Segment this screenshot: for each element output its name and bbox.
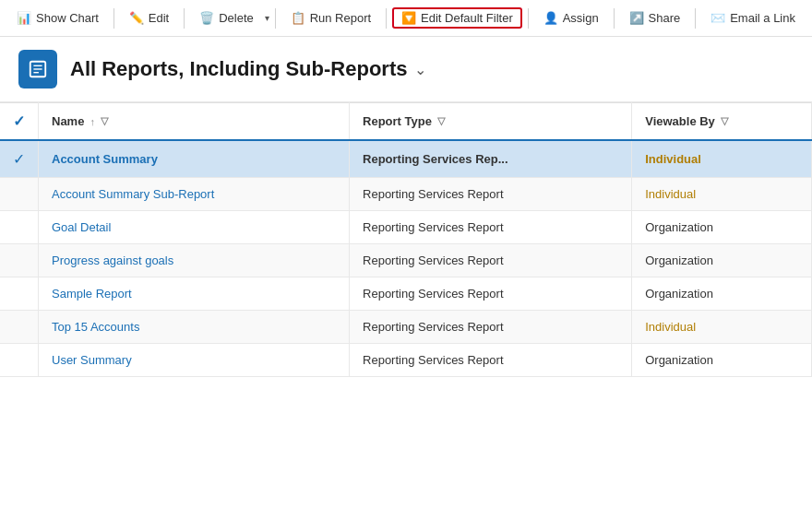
filter-icon: 🔽 — [401, 11, 416, 25]
edit-icon: ✏️ — [129, 11, 144, 25]
check-mark-icon: ✓ — [13, 150, 25, 168]
row-check-cell[interactable] — [0, 178, 39, 211]
row-viewable-by-cell: Organization — [632, 344, 812, 377]
row-name-cell: Top 15 Accounts — [39, 311, 350, 344]
report-name-link[interactable]: Progress against goals — [52, 254, 173, 267]
col-name: Name ↑ ▽ — [39, 103, 350, 141]
report-name-link[interactable]: Account Summary Sub-Report — [52, 187, 214, 201]
row-viewable-by-cell: Individual — [632, 311, 812, 344]
row-name-cell: Account Summary — [39, 140, 350, 178]
table-row[interactable]: Goal DetailReporting Services ReportOrga… — [0, 211, 812, 244]
show-chart-button[interactable]: 📊 Show Chart — [7, 7, 108, 29]
table-row[interactable]: Progress against goalsReporting Services… — [0, 244, 812, 277]
run-report-icon: 📋 — [291, 11, 305, 25]
col-report-type: Report Type ▽ — [350, 103, 632, 141]
table-body: ✓Account SummaryReporting Services Rep..… — [0, 140, 812, 377]
edit-default-filter-button[interactable]: 🔽 Edit Default Filter — [392, 7, 522, 29]
divider — [275, 8, 276, 29]
assign-button[interactable]: 👤 Assign — [534, 7, 608, 29]
email-icon: ✉️ — [710, 11, 725, 25]
row-report-type-cell: Reporting Services Rep... — [350, 140, 632, 178]
divider — [614, 8, 615, 29]
share-icon: ↗️ — [629, 11, 644, 25]
header-check-icon: ✓ — [13, 113, 25, 129]
row-name-cell: Sample Report — [39, 277, 350, 311]
row-report-type-cell: Reporting Services Report — [350, 244, 632, 277]
page-title-row: All Reports, Including Sub-Reports ⌄ — [70, 57, 426, 81]
report-name-link[interactable]: Goal Detail — [52, 220, 111, 234]
row-name-cell: Account Summary Sub-Report — [39, 178, 350, 211]
row-report-type-cell: Reporting Services Report — [350, 178, 632, 211]
table-row[interactable]: Sample ReportReporting Services ReportOr… — [0, 277, 812, 311]
row-check-cell[interactable] — [0, 244, 39, 277]
row-report-type-cell: Reporting Services Report — [350, 344, 632, 377]
share-button[interactable]: ↗️ Share — [620, 7, 690, 29]
chart-icon: 📊 — [17, 11, 31, 25]
row-check-cell[interactable] — [0, 311, 39, 344]
delete-dropdown-arrow[interactable]: ▾ — [265, 13, 269, 23]
table-container: ✓ Name ↑ ▽ Report Type ▽ — [0, 102, 812, 500]
row-check-cell[interactable] — [0, 211, 39, 244]
row-viewable-by-cell: Organization — [632, 244, 812, 277]
row-check-cell[interactable] — [0, 277, 39, 311]
email-link-button[interactable]: ✉️ Email a Link — [701, 7, 805, 29]
divider — [528, 8, 529, 29]
name-filter-icon[interactable]: ▽ — [101, 115, 108, 127]
report-name-link[interactable]: Sample Report — [52, 287, 132, 301]
table-row[interactable]: User SummaryReporting Services ReportOrg… — [0, 344, 812, 377]
row-check-cell[interactable]: ✓ — [0, 140, 39, 178]
table-header-row: ✓ Name ↑ ▽ Report Type ▽ — [0, 103, 812, 141]
row-viewable-by-cell: Individual — [632, 178, 812, 211]
edit-button[interactable]: ✏️ Edit — [120, 7, 178, 29]
row-viewable-by-cell: Organization — [632, 277, 812, 311]
row-name-cell: User Summary — [39, 344, 350, 377]
row-viewable-by-cell: Individual — [632, 140, 812, 178]
run-report-button[interactable]: 📋 Run Report — [281, 7, 380, 29]
toolbar: 📊 Show Chart ✏️ Edit 🗑️ Delete ▾ 📋 Run R… — [0, 0, 812, 37]
divider — [695, 8, 696, 29]
divider — [184, 8, 185, 29]
row-name-cell: Progress against goals — [39, 244, 350, 277]
report-name-link[interactable]: User Summary — [52, 353, 132, 367]
row-viewable-by-cell: Organization — [632, 211, 812, 244]
table-row[interactable]: ✓Account SummaryReporting Services Rep..… — [0, 140, 812, 178]
report-name-link[interactable]: Account Summary — [52, 152, 158, 166]
name-sort-icon[interactable]: ↑ — [90, 116, 95, 127]
divider — [386, 8, 387, 29]
assign-icon: 👤 — [543, 11, 558, 25]
reports-table: ✓ Name ↑ ▽ Report Type ▽ — [0, 102, 812, 377]
row-check-cell[interactable] — [0, 344, 39, 377]
viewable-by-filter-icon[interactable]: ▽ — [721, 115, 728, 127]
row-report-type-cell: Reporting Services Report — [350, 277, 632, 311]
report-type-filter-icon[interactable]: ▽ — [437, 115, 445, 127]
table-row[interactable]: Account Summary Sub-ReportReporting Serv… — [0, 178, 812, 211]
row-name-cell: Goal Detail — [39, 211, 350, 244]
row-report-type-cell: Reporting Services Report — [350, 311, 632, 344]
row-report-type-cell: Reporting Services Report — [350, 211, 632, 244]
page-header: All Reports, Including Sub-Reports ⌄ — [0, 37, 812, 102]
table-row[interactable]: Top 15 AccountsReporting Services Report… — [0, 311, 812, 344]
col-check: ✓ — [0, 103, 39, 141]
divider — [113, 8, 114, 29]
page-icon — [18, 50, 57, 88]
delete-button[interactable]: 🗑️ Delete — [190, 7, 263, 29]
page-title-chevron-icon[interactable]: ⌄ — [414, 61, 426, 78]
report-name-link[interactable]: Top 15 Accounts — [52, 320, 139, 334]
col-viewable-by: Viewable By ▽ — [632, 103, 812, 141]
page-title: All Reports, Including Sub-Reports — [70, 57, 407, 81]
delete-icon: 🗑️ — [199, 11, 214, 25]
